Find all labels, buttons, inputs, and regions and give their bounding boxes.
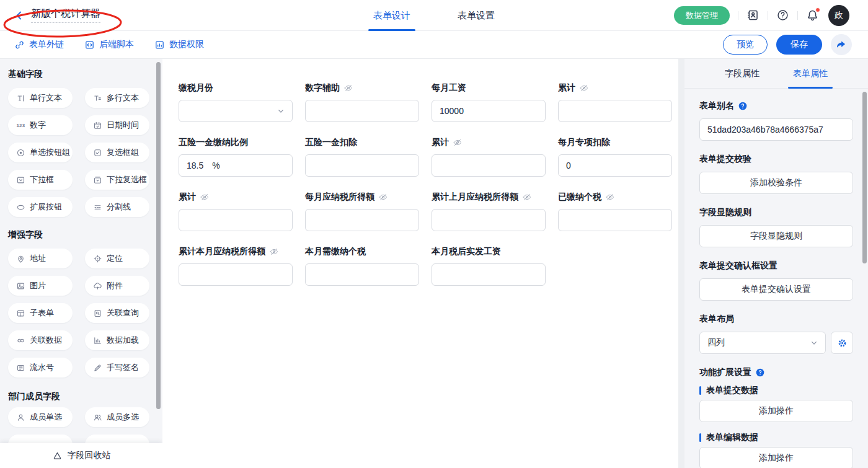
canvas-field[interactable]: 五险一金缴纳比例18.5% [179, 136, 293, 177]
canvas-field[interactable]: 本月税后实发工资 [432, 245, 546, 286]
sidebar-field-pill[interactable]: 地址 [8, 249, 73, 268]
canvas-field[interactable]: 累计 [179, 191, 293, 231]
sidebar-field-pill[interactable]: 日期时间 [85, 115, 149, 135]
canvas-field[interactable]: 累计 [558, 82, 672, 122]
preview-button[interactable]: 预览 [723, 35, 768, 55]
extension-group: 表单编辑数据添加操作 [699, 431, 853, 468]
props-tab[interactable]: 字段属性 [722, 59, 762, 89]
field-select[interactable] [179, 100, 293, 122]
field-input[interactable] [432, 154, 546, 177]
props-action-button[interactable]: 表单提交确认设置 [699, 278, 853, 301]
props-sections: 表单提交校验添加校验条件字段显隐规则字段显隐规则表单提交确认框设置表单提交确认设… [699, 153, 853, 301]
sidebar-field-label: 手写签名 [107, 362, 139, 373]
canvas-field[interactable]: 每月工资10000 [432, 82, 546, 122]
sidebar-field-pill[interactable]: 单行文本 [8, 88, 73, 108]
toolbar-link[interactable]: 后端脚本 [84, 39, 134, 50]
question-badge-icon[interactable] [755, 368, 765, 377]
form-layout-select[interactable]: 四列 [699, 332, 826, 354]
sidebar-field-pill[interactable]: 复选框组 [85, 143, 149, 162]
props-action-button[interactable]: 添加校验条件 [699, 172, 853, 194]
props-action-button[interactable]: 添加操作 [699, 447, 853, 468]
field-label: 缴税月份 [179, 82, 293, 94]
canvas-field[interactable]: 已缴纳个税 [558, 191, 672, 231]
back-button[interactable] [14, 10, 25, 21]
sidebar-field-pill[interactable]: 流水号 [8, 358, 73, 377]
canvas-field[interactable]: 数字辅助 [305, 82, 419, 122]
sidebar-field-pill[interactable]: 下拉框 [8, 170, 73, 190]
field-input[interactable] [432, 263, 546, 286]
field-input[interactable] [305, 154, 419, 177]
form-layout-row: 四列 [699, 332, 853, 354]
field-input[interactable] [305, 100, 419, 122]
field-label: 五险一金扣除 [305, 136, 419, 149]
field-label-text: 每月工资 [432, 82, 466, 94]
topbar-left: 新版个税计算器 [0, 7, 198, 23]
sidebar-field-pill[interactable]: 分割线 [85, 197, 149, 217]
sidebar-field-pill[interactable]: 子表单 [8, 303, 73, 323]
topbar-tab[interactable]: 表单设计 [372, 0, 412, 31]
sidebar-field-pill[interactable]: 图片 [8, 276, 73, 296]
props-tab[interactable]: 表单属性 [790, 59, 830, 89]
props-action-button[interactable]: 字段显隐规则 [699, 225, 853, 247]
canvas-field[interactable]: 累计上月应纳税所得额 [432, 191, 546, 231]
sidebar-field-pill[interactable]: 123数字 [8, 115, 73, 135]
field-input[interactable] [558, 209, 672, 231]
eye-off-icon [343, 83, 353, 93]
canvas-field[interactable]: 本月需缴纳个税 [305, 245, 419, 286]
help-icon[interactable] [776, 9, 789, 22]
props-action-button[interactable]: 添加操作 [699, 400, 853, 422]
layout-gear-button[interactable] [831, 332, 853, 354]
question-badge-icon[interactable] [738, 101, 748, 111]
toolbar-link[interactable]: 数据权限 [154, 39, 204, 50]
divider-icon [93, 203, 102, 212]
sidebar-field-pill[interactable]: 关联查询 [85, 303, 149, 323]
field-input[interactable]: 10000 [432, 100, 546, 122]
sidebar-field-pill[interactable]: 数据加载 [85, 330, 149, 350]
save-button[interactable]: 保存 [776, 35, 822, 55]
topbar-tab[interactable]: 表单设置 [456, 0, 496, 31]
form-title[interactable]: 新版个税计算器 [31, 7, 100, 23]
sidebar-field-pill[interactable]: 扩展按钮 [8, 197, 73, 217]
field-input[interactable] [305, 263, 419, 286]
sidebar-field-pill[interactable]: 定位 [85, 249, 149, 268]
canvas-field[interactable]: 累计 [432, 136, 546, 177]
script-icon [84, 40, 95, 50]
share-button[interactable] [831, 34, 852, 55]
field-input[interactable] [558, 100, 672, 122]
field-input[interactable] [179, 263, 293, 286]
sidebar-section: 增强字段地址定位图片附件子表单关联查询关联数据数据加载流水号手写签名 [8, 229, 162, 377]
field-recycle-bin[interactable]: 字段回收站 [0, 443, 162, 468]
sidebar-scrollbar[interactable] [156, 62, 161, 409]
sidebar-field-pill[interactable]: 成员多选 [85, 407, 149, 427]
bell-icon[interactable] [806, 9, 819, 22]
canvas-field[interactable]: 累计本月应纳税所得额 [179, 245, 293, 286]
canvas-field[interactable]: 每月应纳税所得额 [305, 191, 419, 231]
sidebar-field-pill[interactable]: 附件 [85, 276, 149, 296]
avatar[interactable]: 政 [828, 5, 849, 26]
toolbar-link[interactable]: 表单外链 [14, 39, 64, 50]
sidebar-field-label: 成员多选 [107, 412, 139, 423]
sidebar-field-pill[interactable]: 成员单选 [8, 407, 73, 427]
canvas-field[interactable]: 每月专项扣除0 [558, 136, 672, 177]
location-icon [93, 254, 102, 263]
data-manage-button[interactable]: 数据管理 [674, 6, 730, 25]
sidebar-field-pill[interactable]: 多行文本 [85, 88, 149, 108]
field-suffix: % [212, 161, 219, 170]
field-input[interactable]: 18.5% [179, 154, 293, 177]
sidebar-field-label: 关联查询 [107, 307, 139, 319]
canvas-field[interactable]: 五险一金扣除 [305, 136, 419, 177]
sidebar-field-pill[interactable]: 关联数据 [8, 330, 73, 350]
extension-groups: 表单提交数据添加操作表单编辑数据添加操作 [699, 384, 853, 468]
props-scrollbar[interactable] [862, 92, 867, 263]
sidebar-field-pill[interactable]: 手写签名 [85, 358, 149, 377]
form-alias-input[interactable]: 51dad203a46b78a4666375a7 [699, 118, 853, 141]
field-input[interactable] [432, 209, 546, 231]
field-input[interactable] [179, 209, 293, 231]
field-label-text: 五险一金扣除 [305, 137, 357, 148]
field-input[interactable]: 0 [558, 154, 672, 177]
sidebar-field-pill[interactable]: 下拉复选框 [85, 170, 149, 190]
field-input[interactable] [305, 209, 419, 231]
sidebar-field-pill[interactable]: 单选按钮组 [8, 143, 73, 162]
canvas-field[interactable]: 缴税月份 [179, 82, 293, 122]
addressbook-icon[interactable] [746, 9, 760, 22]
